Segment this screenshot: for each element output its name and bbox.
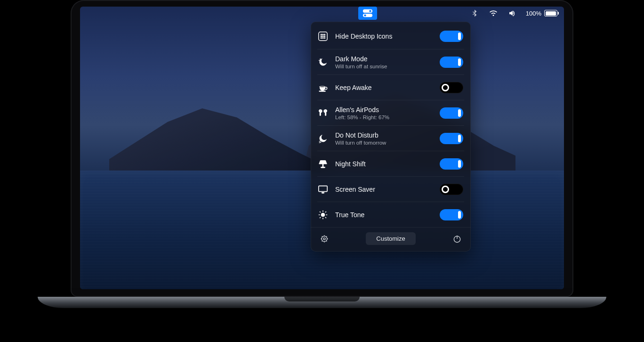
row-title: Night Shift [335, 160, 433, 168]
panel-row: Dark ModeWill turn off at sunrise [317, 49, 464, 74]
panel-row: Night Shift [317, 151, 464, 176]
panel-row: Screen Saver [317, 176, 464, 202]
row-labels: Night Shift [335, 160, 433, 168]
panel-row: Allen's AirPodsLeft: 58% - Right: 67% [317, 100, 464, 125]
sun-icon [317, 209, 329, 220]
toggle-knob [458, 109, 461, 117]
row-labels: Dark ModeWill turn off at sunrise [335, 55, 433, 69]
lamp-icon [317, 158, 329, 170]
svg-point-1 [369, 10, 371, 12]
dnd-moon-icon [317, 133, 329, 144]
row-labels: Keep Awake [335, 84, 433, 91]
row-title: True Tone [335, 211, 433, 219]
volume-icon[interactable] [507, 8, 517, 18]
row-labels: Screen Saver [335, 186, 433, 193]
toggle-switch[interactable] [440, 158, 463, 170]
row-title: Hide Desktop Icons [335, 33, 433, 40]
toggle-switch[interactable] [440, 57, 463, 68]
toggle-switch[interactable] [440, 107, 463, 119]
panel-row: True Tone [317, 202, 464, 227]
toggle-switch[interactable] [440, 82, 463, 93]
row-labels: Do Not DisturbWill turn off tomorrow [335, 131, 433, 146]
toggle-knob [442, 186, 449, 193]
one-switch-panel: Hide Desktop IconsDark ModeWill turn off… [311, 22, 471, 252]
toggle-knob [458, 33, 461, 40]
row-title: Keep Awake [335, 84, 433, 91]
row-title: Screen Saver [335, 186, 433, 193]
gear-icon [320, 234, 329, 244]
toggle-knob [458, 135, 461, 142]
menubar: 100% [80, 7, 564, 20]
toggle-switch[interactable] [440, 209, 463, 220]
screen-bezel: 100% Hide Desktop IconsDark ModeWill tur… [71, 0, 573, 297]
wifi-icon[interactable] [488, 8, 499, 18]
power-button[interactable] [452, 234, 462, 244]
row-labels: True Tone [335, 211, 433, 219]
row-title: Do Not Disturb [335, 131, 433, 139]
airpods-icon [317, 107, 329, 119]
battery-icon [544, 10, 557, 16]
row-title: Dark Mode [335, 55, 433, 63]
coffee-icon [317, 82, 329, 93]
laptop-base [38, 297, 606, 308]
toggle-switch[interactable] [440, 184, 463, 195]
toggle-knob [458, 58, 461, 66]
panel-row: Do Not DisturbWill turn off tomorrow [317, 125, 464, 151]
row-labels: Hide Desktop Icons [335, 33, 433, 40]
bluetooth-icon[interactable] [469, 8, 480, 18]
panel-footer: Customize [311, 227, 471, 247]
battery-status[interactable]: 100% [526, 10, 557, 17]
display-icon [317, 184, 329, 195]
moon-icon [317, 57, 329, 68]
svg-point-5 [323, 237, 325, 239]
settings-button[interactable] [319, 234, 330, 244]
row-subtitle: Left: 58% - Right: 67% [335, 114, 433, 120]
toggle-switch[interactable] [440, 31, 463, 42]
panel-row: Keep Awake [317, 74, 464, 100]
power-icon [452, 234, 462, 244]
laptop-mock: 100% Hide Desktop IconsDark ModeWill tur… [71, 0, 573, 311]
toggle-knob [458, 160, 461, 168]
row-title: Allen's AirPods [335, 106, 433, 114]
toggles-icon [362, 8, 373, 18]
toggle-switch[interactable] [440, 133, 463, 144]
toggle-knob [442, 84, 449, 91]
svg-point-3 [364, 14, 366, 16]
grid-icon [317, 31, 329, 42]
one-switch-menubar-item[interactable] [358, 7, 377, 20]
trackpad-notch [284, 297, 360, 301]
panel-row: Hide Desktop Icons [317, 24, 464, 49]
row-subtitle: Will turn off tomorrow [335, 140, 433, 146]
customize-button[interactable]: Customize [366, 232, 415, 245]
desktop: 100% Hide Desktop IconsDark ModeWill tur… [80, 7, 564, 289]
row-labels: Allen's AirPodsLeft: 58% - Right: 67% [335, 106, 433, 120]
row-subtitle: Will turn off at sunrise [335, 64, 433, 69]
battery-percent-label: 100% [526, 10, 541, 17]
toggle-knob [458, 211, 461, 219]
